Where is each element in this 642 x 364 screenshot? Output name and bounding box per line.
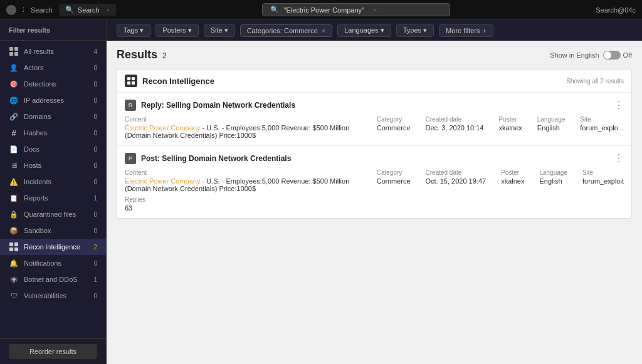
- actors-icon: 👤: [9, 63, 19, 73]
- main-content: Tags ▾ Posters ▾ Site ▾ Categories: Comm…: [107, 20, 642, 364]
- sidebar-item-reports[interactable]: 📋 Reports 1: [0, 190, 106, 206]
- filter-tags-button[interactable]: Tags ▾: [117, 24, 150, 37]
- filter-more-plus-icon: +: [483, 27, 487, 34]
- result-2-menu-icon[interactable]: ⋮: [614, 152, 624, 164]
- sidebar-label-actors: Actors: [24, 64, 85, 71]
- topbar-dots: ⋮: [20, 6, 27, 14]
- result-1-category-group: Category Commerce: [377, 116, 411, 132]
- sidebar-label-recon: Recon intelligence: [24, 243, 85, 251]
- section-icon: [125, 75, 137, 87]
- result-1-site-value: forum_explo...: [580, 124, 624, 132]
- filter-posters-button[interactable]: Posters ▾: [155, 24, 198, 37]
- results-title: Results: [117, 48, 157, 61]
- result-1-poster-label: Poster: [499, 116, 522, 123]
- incidents-icon: ⚠️: [9, 177, 19, 187]
- result-1-poster-value: xkalnex: [499, 124, 522, 132]
- sidebar-item-notifications[interactable]: 🔔 Notifications 0: [0, 255, 106, 271]
- sidebar-item-sandbox[interactable]: 📦 Sandbox 0: [0, 222, 106, 239]
- sidebar-label-vuln: Vulnerabilities: [24, 292, 85, 299]
- filter-more-button[interactable]: More filters +: [439, 24, 493, 37]
- app-icon: [6, 5, 16, 15]
- section-title: Recon Intelligence: [142, 76, 561, 86]
- sidebar-item-detections[interactable]: 🎯 Detections 0: [0, 76, 106, 92]
- sidebar-item-incidents[interactable]: ⚠️ Incidents 0: [0, 174, 106, 190]
- sidebar-item-hashes[interactable]: # Hashes 0: [0, 125, 106, 141]
- result-2-category-label: Category: [377, 169, 411, 176]
- reports-icon: 📋: [9, 193, 19, 203]
- sidebar-count-botnet: 1: [90, 276, 97, 283]
- filter-categories-button[interactable]: Categories: Commerce ×: [240, 24, 333, 37]
- result-2-language-group: Language English: [539, 169, 567, 185]
- topbar: ⋮ Search 🔍 Search × 🔍 "Electric Power Co…: [0, 0, 642, 20]
- sidebar-footer: Reorder results: [0, 338, 106, 364]
- sidebar-label-botnet: Botnet and DDoS: [24, 276, 85, 283]
- sidebar-label-incidents: Incidents: [24, 178, 85, 185]
- result-2-site-group: Site forum_exploit: [582, 169, 624, 185]
- hashes-icon: #: [9, 128, 19, 138]
- sidebar-label-reports: Reports: [24, 194, 85, 202]
- result-2-poster-value: xkalnex: [501, 177, 524, 185]
- result-item-1: R Reply: Selling Domain Network Credenti…: [117, 93, 631, 146]
- sidebar-count-sandbox: 0: [90, 227, 97, 234]
- ip-icon: 🌐: [9, 95, 19, 105]
- result-2-site-label: Site: [582, 169, 624, 176]
- recon-intelligence-section: Recon Intelligence Showing all 2 results…: [117, 69, 632, 219]
- search-bar[interactable]: 🔍 "Electric Power Company" ×: [262, 3, 450, 16]
- result-2-content-label: Content: [125, 169, 362, 176]
- show-english-label: Show in English: [550, 51, 599, 59]
- sidebar-item-actors[interactable]: 👤 Actors 0: [0, 60, 106, 76]
- sidebar-count-actors: 0: [90, 65, 97, 71]
- sidebar-item-hosts[interactable]: 🖥 Hosts 0: [0, 157, 106, 174]
- toggle-track: [603, 51, 621, 60]
- result-1-header: R Reply: Selling Domain Network Credenti…: [125, 99, 624, 111]
- english-toggle[interactable]: Off: [603, 51, 632, 60]
- filter-categories-close-icon[interactable]: ×: [322, 27, 325, 34]
- result-2-created-label: Created date: [426, 169, 487, 176]
- result-1-language-value: English: [537, 124, 566, 132]
- sidebar-item-ip-addresses[interactable]: 🌐 IP addresses 0: [0, 92, 106, 108]
- result-2-created-value: Oct. 15, 2020 19:47: [426, 177, 487, 185]
- sidebar-item-all-results[interactable]: All results 4: [0, 43, 106, 60]
- sidebar-item-docs[interactable]: 📄 Docs 0: [0, 141, 106, 157]
- result-1-created-group: Created date Dec. 3, 2020 10:14: [426, 116, 484, 132]
- recon-icon: [9, 242, 19, 252]
- result-1-menu-icon[interactable]: ⋮: [614, 99, 624, 111]
- search-tab-close-icon[interactable]: ×: [106, 6, 110, 14]
- sidebar-count-ip: 0: [90, 97, 97, 104]
- docs-icon: 📄: [9, 144, 19, 154]
- section-header: Recon Intelligence Showing all 2 results: [117, 70, 631, 93]
- result-1-content-value: Electric Power Company - U.S. - Employee…: [125, 124, 362, 139]
- sidebar-item-quarantined-files[interactable]: 🔒 Quarantined files 0: [0, 206, 106, 222]
- result-1-created-label: Created date: [426, 116, 484, 123]
- filter-languages-button[interactable]: Languages ▾: [337, 24, 391, 37]
- reorder-results-button[interactable]: Reorder results: [9, 344, 97, 359]
- search-clear-icon[interactable]: ×: [373, 6, 377, 14]
- result-2-replies-value: 63: [125, 204, 624, 212]
- search-tab-label: Search: [78, 6, 100, 14]
- result-1-content-highlight[interactable]: Electric Power Company: [125, 124, 200, 132]
- app-name: Search: [31, 6, 53, 14]
- results-header: Results 2 Show in English Off: [117, 48, 632, 61]
- result-2-replies-group: Replies 63: [125, 196, 624, 212]
- search-query-text: "Electric Power Company": [284, 6, 364, 14]
- svg-rect-5: [132, 77, 135, 80]
- sidebar-count-hashes: 0: [90, 130, 97, 137]
- result-2-language-label: Language: [539, 169, 567, 176]
- sidebar-header: Filter results: [0, 20, 106, 41]
- show-in-english-toggle[interactable]: Show in English Off: [550, 51, 632, 60]
- sidebar-item-vulnerabilities[interactable]: 🛡 Vulnerabilities 0: [0, 288, 106, 304]
- result-2-category-group: Category Commerce: [377, 169, 411, 185]
- user-info: Search@04c: [596, 6, 636, 14]
- filter-site-button[interactable]: Site ▾: [204, 24, 235, 37]
- filter-bar: Tags ▾ Posters ▾ Site ▾ Categories: Comm…: [107, 20, 642, 41]
- result-2-created-group: Created date Oct. 15, 2020 19:47: [426, 169, 487, 185]
- result-2-content-highlight[interactable]: Electric Power Company: [125, 177, 200, 185]
- result-2-site-value: forum_exploit: [582, 177, 624, 185]
- sidebar-label-sandbox: Sandbox: [24, 227, 85, 234]
- sidebar-item-domains[interactable]: 🔗 Domains 0: [0, 108, 106, 125]
- filter-types-button[interactable]: Types ▾: [396, 24, 434, 37]
- result-1-created-value: Dec. 3, 2020 10:14: [426, 124, 484, 132]
- search-tab[interactable]: 🔍 Search ×: [59, 4, 116, 16]
- sidebar-item-botnet-ddos[interactable]: 🕷 Botnet and DDoS 1: [0, 271, 106, 288]
- sidebar-item-recon-intelligence[interactable]: Recon intelligence 2: [0, 239, 106, 255]
